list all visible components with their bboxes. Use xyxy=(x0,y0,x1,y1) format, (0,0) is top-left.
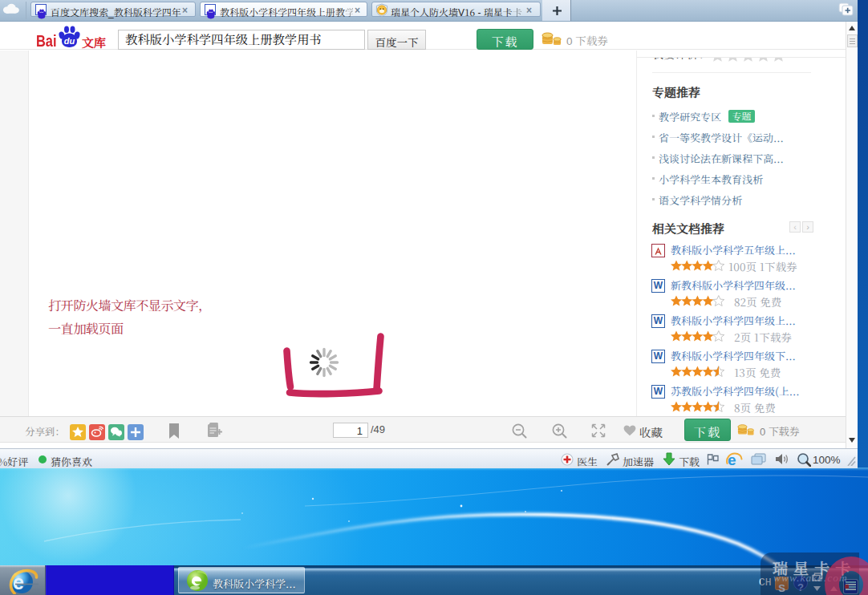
svg-text:du: du xyxy=(64,36,75,46)
